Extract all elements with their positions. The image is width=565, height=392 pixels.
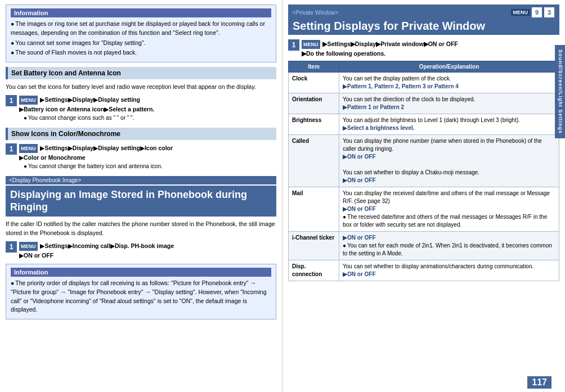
table-cell-clock-desc: You can set the display pattern of the c…: [339, 73, 559, 93]
menu-icon-1: MENU: [19, 96, 38, 105]
section1-body: You can set the icons for battery level …: [6, 83, 276, 92]
phonebook-step-text: ▶Settings▶Incoming call▶Disp. PH-book im…: [19, 242, 174, 259]
section2-title: Show Icons in Color/Monochrome: [6, 128, 276, 140]
mail-bullet: The received date/time and others of the…: [343, 214, 547, 228]
info-box-2-header: Information: [11, 268, 271, 277]
section2-step-row: 1 MENU ▶Settings▶Display▶Display setting…: [6, 143, 276, 170]
step-display: Display: [355, 40, 376, 47]
info2-bullet-1: The priority order of displays for call …: [11, 279, 271, 314]
right-step-content-1: MENU ▶Settings▶Display▶Private window▶ON…: [302, 39, 458, 58]
table-row: Mail You can display the received date/t…: [289, 187, 559, 232]
section1-bullet: You cannot change icons such as " " or "…: [24, 114, 154, 122]
info-box-1: Information The images or ring tone set …: [6, 4, 276, 62]
table-cell-clock-item: Clock: [289, 73, 339, 93]
table-row: Called You can display the phone number …: [289, 135, 559, 187]
table-header-operation: Operation/Explanation: [339, 61, 559, 73]
private-window-title: Setting Displays for Private Window: [293, 19, 555, 33]
badge-num-1: 9: [531, 7, 542, 18]
info-box-1-header: Information: [11, 8, 271, 17]
menu-btn-label: MENU: [511, 9, 531, 16]
section1-step-content: MENU ▶Settings▶Display▶Display setting▶B…: [19, 95, 154, 122]
section1-step-text: ▶Settings▶Display▶Display setting▶Batter…: [19, 96, 154, 112]
table-row: Orientation You can set the direction of…: [289, 93, 559, 114]
table-cell-mail-item: Mail: [289, 187, 339, 232]
section2-step-content: MENU ▶Settings▶Display▶Display setting▶I…: [19, 143, 173, 170]
table-cell-ichannel-item: i-Channel ticker: [289, 232, 339, 260]
mail-arrow: ▶ON or OFF: [343, 206, 376, 212]
left-panel: Information The images or ring tone set …: [0, 0, 282, 392]
table-cell-ichannel-desc: ▶ON or OFF You can set for each mode of …: [339, 232, 559, 260]
section2-bullet: You cannot change the battery icon and a…: [24, 163, 173, 170]
right-step-number-1: 1: [288, 39, 299, 51]
section1-step-row: 1 MENU ▶Settings▶Display▶Display setting…: [6, 95, 276, 122]
table-cell-orientation-desc: You can set the direction of the clock t…: [339, 93, 559, 114]
ichannel-bullet: You can set for each mode of 2in1. When …: [343, 242, 552, 256]
phonebook-section: <Display Phonebook Image> Displaying an …: [6, 176, 276, 260]
info-bullet-1: The images or ring tone set at purchase …: [11, 20, 271, 38]
phonebook-step-content: MENU ▶Settings▶Incoming call▶Disp. PH-bo…: [19, 241, 174, 260]
called-arrow-2: ▶ON or OFF: [343, 177, 376, 183]
info-bullet-3: The sound of Flash movies is not played …: [11, 48, 271, 57]
clock-arrow: ▶Pattern 1, Pattern 2, Pattern 3 or Patt…: [343, 83, 459, 89]
step-number-2: 1: [6, 143, 17, 155]
step-onoff: ON or OFF: [428, 40, 458, 47]
phonebook-title: Displaying an Image Stored in Phonebook …: [6, 186, 276, 217]
table-header-item: Item: [289, 61, 339, 73]
table-cell-mail-desc: You can display the received date/time a…: [339, 187, 559, 232]
disp-arrow: ▶ON or OFF: [343, 271, 376, 277]
table-row: Brightness You can adjust the brightness…: [289, 114, 559, 135]
table-cell-brightness-desc: You can adjust the brightness to Level 1…: [339, 114, 559, 135]
right-panel: <Private Window> MENU 9 3 Setting Displa…: [282, 0, 565, 392]
table-cell-called-desc: You can display the phone number (name w…: [339, 135, 559, 187]
table-row: i-Channel ticker ▶ON or OFF You can set …: [289, 232, 559, 260]
phonebook-step-row: 1 MENU ▶Settings▶Incoming call▶Disp. PH-…: [6, 241, 276, 260]
right-step-row-1: 1 MENU ▶Settings▶Display▶Private window▶…: [288, 39, 559, 58]
page-number: 117: [527, 376, 551, 389]
orientation-arrow: ▶Pattern 1 or Pattern 2: [343, 104, 404, 110]
brightness-arrow: ▶Select a brightness level.: [343, 125, 415, 131]
table-cell-called-item: Called: [289, 135, 339, 187]
table-row: Disp. connection You can set whether to …: [289, 260, 559, 281]
table-cell-orientation-item: Orientation: [289, 93, 339, 114]
step-settings: Settings: [327, 40, 350, 47]
phonebook-tag: <Display Phonebook Image>: [6, 176, 276, 184]
private-window-header: <Private Window> MENU 9 3 Setting Displa…: [288, 4, 559, 35]
step-number-3: 1: [6, 241, 17, 253]
step-number-1: 1: [6, 95, 17, 106]
private-tag: <Private Window>: [293, 10, 338, 16]
step-do-following: Do the following operations.: [306, 50, 385, 57]
table-cell-disp-desc: You can set whether to display animation…: [339, 260, 559, 281]
menu-icon-2: MENU: [19, 144, 38, 153]
menu-icon-right: MENU: [302, 40, 320, 49]
table-row: Clock You can set the display pattern of…: [289, 73, 559, 93]
private-header-top: <Private Window> MENU 9 3: [293, 7, 555, 18]
table-cell-disp-item: Disp. connection: [289, 260, 339, 281]
sidebar-tab: Sound/Screen/Light Settings: [555, 45, 565, 138]
phonebook-body: If the caller ID notified by the caller …: [6, 220, 276, 238]
menu-badge: MENU 9 3: [511, 7, 555, 18]
badge-num-2: 3: [544, 7, 555, 18]
menu-icon-3: MENU: [19, 242, 38, 251]
section1-title: Set Battery Icon and Antenna Icon: [6, 67, 276, 79]
settings-table: Item Operation/Explanation Clock You can…: [288, 61, 559, 281]
called-arrow-1: ▶ON or OFF: [343, 154, 376, 160]
table-cell-brightness-item: Brightness: [289, 114, 339, 135]
info-box-2: Information The priority order of displa…: [6, 264, 276, 319]
step-private: Private window: [380, 40, 423, 47]
info-bullet-2: You cannot set some images for "Display …: [11, 39, 271, 48]
ichannel-arrow: ▶ON or OFF: [343, 235, 376, 241]
section2-step-text: ▶Settings▶Display▶Display setting▶Icon c…: [19, 145, 173, 161]
